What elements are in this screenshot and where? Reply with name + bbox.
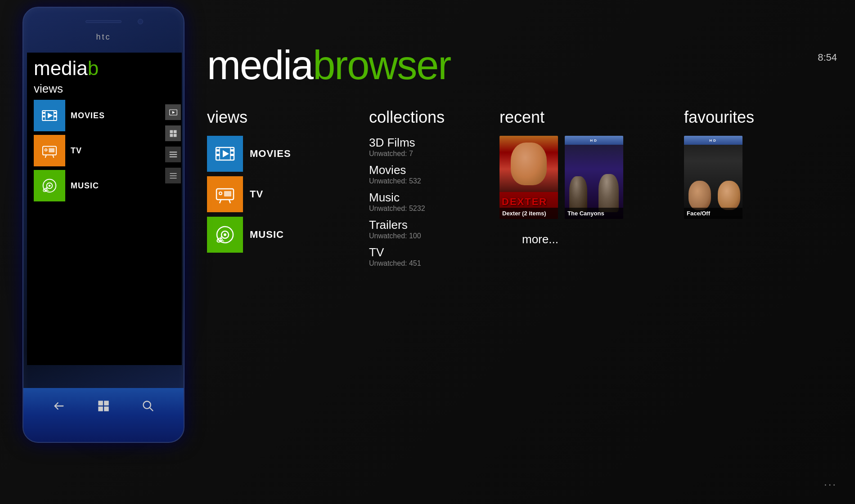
svg-rect-22 — [54, 112, 57, 114]
svg-rect-2 — [230, 149, 234, 152]
svg-marker-7 — [223, 150, 229, 157]
phone-body: htc mediab views — [22, 7, 184, 443]
phone-right-icon2 — [165, 125, 181, 141]
phone-camera — [138, 19, 143, 24]
movies-icon-box — [207, 136, 243, 172]
collection-music[interactable]: Music Unwatched: 5232 — [369, 191, 477, 213]
svg-rect-43 — [173, 130, 176, 133]
favourites-section: favourites HD Face/Off — [648, 108, 819, 273]
faceoff-face-left — [688, 181, 711, 210]
phone-movies-icon-box — [34, 100, 65, 131]
svg-rect-44 — [170, 134, 173, 137]
more-link[interactable]: more... — [522, 232, 648, 246]
trailers-coll-name: Trailers — [369, 218, 477, 232]
views-item-movies[interactable]: MOVIES — [207, 136, 346, 172]
svg-rect-3 — [216, 154, 220, 156]
app-title-browser: browser — [313, 43, 450, 88]
canyons-img: HD — [565, 136, 623, 219]
faceoff-cover: HD Face/Off — [684, 136, 742, 219]
fav-card-faceoff[interactable]: HD Face/Off — [684, 136, 742, 219]
phone-right-icons — [165, 104, 181, 183]
film-small-icon — [169, 108, 177, 116]
movies-coll-unwatched: Unwatched: 532 — [369, 177, 477, 185]
more-text[interactable]: more... — [522, 232, 558, 246]
tv-coll-unwatched: Unwatched: 451 — [369, 259, 477, 268]
three-dots-menu[interactable]: ··· — [824, 478, 837, 491]
tv-label: TV — [250, 188, 263, 200]
phone-tv-icon-box — [34, 135, 65, 166]
canyons-cover: HD The Canyons — [565, 136, 623, 219]
canyons-figure1 — [569, 176, 587, 212]
svg-rect-52 — [98, 401, 103, 406]
phone-bottom-buttons — [23, 388, 184, 415]
faceoff-face-right — [718, 181, 740, 210]
svg-rect-49 — [170, 173, 176, 174]
collection-3dfilms[interactable]: 3D Films Unwatched: 7 — [369, 136, 477, 158]
faceoff-img: HD — [684, 136, 742, 219]
views-list: MOVIES TV — [207, 136, 346, 253]
collection-trailers[interactable]: Trailers Unwatched: 100 — [369, 218, 477, 240]
phone-title-b: b — [88, 57, 99, 79]
recent-cards: DEXTER Dexter (2 items) HD — [500, 136, 648, 219]
phone-right-icon3 — [165, 147, 181, 162]
film-icon — [214, 143, 236, 165]
dexter-cover: DEXTER Dexter (2 items) — [500, 136, 558, 219]
app-title-media: media — [207, 43, 313, 88]
phone-speaker — [86, 20, 122, 23]
phone-tv-label: TV — [71, 146, 82, 156]
collections-section: collections 3D Films Unwatched: 7 Movies… — [356, 108, 477, 273]
svg-marker-41 — [172, 111, 175, 114]
phone-screen: mediab views — [27, 53, 182, 365]
list-small-icon — [169, 151, 177, 159]
music-icon-box — [207, 217, 243, 253]
svg-rect-53 — [104, 401, 109, 406]
tv-coll-name: TV — [369, 245, 477, 259]
phone-movies-label: MOVIES — [71, 111, 105, 120]
svg-line-19 — [218, 240, 224, 241]
recent-header: recent — [500, 108, 648, 127]
svg-point-12 — [220, 192, 221, 194]
movies-label: MOVIES — [250, 148, 291, 160]
tv-icon-box — [207, 176, 243, 212]
phone-right-icon4 — [165, 168, 181, 183]
dexter-img: DEXTER — [500, 136, 558, 219]
back-icon — [53, 400, 65, 412]
music-coll-name: Music — [369, 191, 477, 205]
views-header: views — [207, 108, 346, 127]
faceoff-label: Face/Off — [684, 208, 742, 219]
views-item-tv[interactable]: TV — [207, 176, 346, 212]
canyons-label: The Canyons — [565, 208, 623, 219]
collection-movies[interactable]: Movies Unwatched: 532 — [369, 163, 477, 185]
views-item-music[interactable]: MUSIC — [207, 217, 346, 253]
svg-rect-47 — [169, 154, 177, 155]
recent-card-dexter[interactable]: DEXTER Dexter (2 items) — [500, 136, 558, 219]
svg-point-36 — [49, 185, 51, 187]
svg-rect-24 — [54, 116, 57, 117]
collections-header: collections — [369, 108, 477, 127]
svg-rect-23 — [42, 116, 45, 117]
svg-rect-4 — [230, 154, 234, 156]
svg-rect-51 — [170, 178, 176, 178]
phone-music-item[interactable]: MUSIC — [34, 170, 105, 201]
app-title: mediabrowser — [207, 45, 450, 85]
canyons-hd-text: HD — [590, 138, 598, 143]
phone-back-btn[interactable] — [50, 397, 68, 415]
phone-tv-item[interactable]: TV — [34, 135, 105, 166]
main-nav-area: views MOVIES — [207, 108, 837, 273]
recent-card-canyons[interactable]: HD The Canyons — [565, 136, 623, 219]
phone-music-icon — [41, 177, 58, 194]
time-display: 8:54 — [818, 52, 837, 63]
canyons-hd-badge: HD — [565, 136, 623, 145]
phone-home-btn[interactable] — [94, 397, 112, 415]
collection-tv[interactable]: TV Unwatched: 451 — [369, 245, 477, 268]
svg-rect-46 — [169, 152, 177, 152]
phone-search-btn[interactable] — [139, 397, 157, 415]
svg-rect-50 — [170, 175, 176, 176]
svg-marker-27 — [48, 113, 53, 119]
dexter-title-overlay: DEXTER — [502, 196, 547, 208]
phone-title-media: media — [34, 57, 88, 79]
phone-movies-item[interactable]: MOVIES — [34, 100, 105, 131]
music-icon — [214, 224, 236, 245]
favourites-cards: HD Face/Off — [684, 136, 819, 219]
phone-views-label: views — [34, 82, 63, 96]
